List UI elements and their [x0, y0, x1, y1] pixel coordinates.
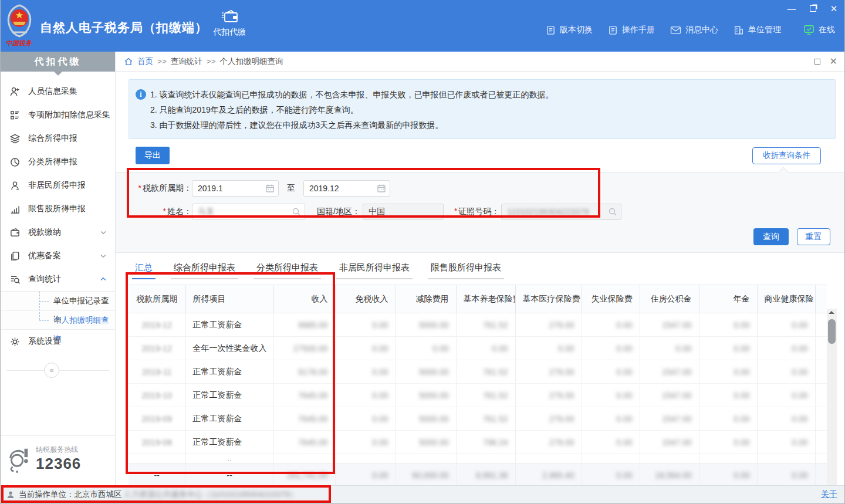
- table-cell: 0.00: [699, 313, 757, 337]
- app-window: — ✕ 中国税务 自然人电子税务局（扣缴端） 代扣代缴: [0, 0, 845, 504]
- online-status[interactable]: 在线: [803, 25, 835, 35]
- table-cell: [815, 431, 827, 454]
- table-cell: [456, 454, 515, 464]
- minimize-icon[interactable]: —: [787, 4, 796, 14]
- export-button[interactable]: 导出: [136, 147, 170, 164]
- table-ellipsis-row[interactable]: ..: [129, 454, 827, 464]
- sidebar-item-personnel-info[interactable]: 人员信息采集: [1, 80, 115, 103]
- sidebar-item-system-settings[interactable]: 系统设置: [1, 330, 115, 353]
- name-value: 马某: [198, 207, 214, 217]
- sidebar-collapse-button[interactable]: «: [44, 363, 59, 378]
- table-row[interactable]: 2019-12正常工资薪金9985.000.005000.00761.52279…: [129, 313, 827, 337]
- hotline-number: 12366: [36, 455, 81, 473]
- document-icon: [608, 25, 618, 35]
- table-cell: [815, 464, 827, 486]
- tab-classified-income[interactable]: 分类所得申报表: [254, 260, 321, 279]
- vertical-scrollbar[interactable]: [827, 309, 837, 496]
- table-cell: 2019-12: [129, 337, 185, 360]
- building-icon: [734, 25, 744, 35]
- calendar-icon: [265, 184, 275, 193]
- message-center-label: 消息中心: [685, 25, 718, 35]
- collapse-query-button[interactable]: 收折查询条件: [752, 147, 821, 164]
- table-cell: [699, 454, 757, 464]
- sidebar-item-classified-income[interactable]: 分类所得申报: [1, 150, 115, 174]
- nav-tab-withholding[interactable]: 代扣代缴: [205, 9, 254, 38]
- tab-summary[interactable]: 汇总: [132, 260, 156, 279]
- close-icon[interactable]: ✕: [829, 4, 839, 14]
- breadcrumb-home[interactable]: 首页: [137, 56, 153, 67]
- message-center-button[interactable]: 消息中心: [670, 25, 718, 35]
- table-cell: 761.52: [456, 313, 515, 337]
- table-cell: [335, 454, 396, 464]
- table-totals-row[interactable]: ----161,741.000.0060,000.008,991.362,960…: [129, 464, 827, 486]
- table-row[interactable]: 2019-10正常工资薪金7645.000.005000.00761.52279…: [129, 384, 827, 407]
- sidebar-item-nonresident-income[interactable]: 非居民所得申报: [1, 174, 115, 197]
- table-cell: [640, 454, 699, 464]
- sidebar-item-restricted-shares[interactable]: 限售股所得申报: [1, 197, 115, 221]
- table-row[interactable]: 2019-09正常工资薪金7645.000.005000.00761.52279…: [129, 407, 827, 431]
- vertical-scroll-thumb[interactable]: [828, 319, 836, 344]
- column-header: 收入: [273, 285, 335, 313]
- chevron-up-icon: [99, 275, 107, 283]
- version-switch-button[interactable]: 版本切换: [546, 25, 593, 35]
- table-cell: 0.00: [335, 431, 396, 454]
- sidebar-item-tax-payment[interactable]: 税款缴纳: [1, 221, 115, 244]
- status-bar: 当前操作单位：北京市西城区人力资源公共服务中心（1101021993042233…: [1, 485, 845, 503]
- search-button[interactable]: 查询: [753, 228, 789, 245]
- sidebar-item-label: 税款缴纳: [28, 227, 61, 238]
- sidebar-menu: 人员信息采集 专项附加扣除信息采集 综合所得申报 分类所得申报: [1, 72, 115, 378]
- column-header: 基本医疗保险费: [515, 285, 582, 313]
- tab-comprehensive-income[interactable]: 综合所得申报表: [171, 260, 238, 279]
- sidebar-item-preferential-filing[interactable]: 优惠备案: [1, 244, 115, 268]
- current-unit-blurred: 人力资源公共服务中心（110102199304223379）: [124, 489, 298, 500]
- sidebar-item-comprehensive-income[interactable]: 综合所得申报: [1, 127, 115, 150]
- table-cell: 0.00: [582, 313, 640, 337]
- about-link[interactable]: 关于: [821, 489, 837, 500]
- breadcrumb-level1[interactable]: 查询统计: [171, 56, 202, 67]
- table-cell: 0.00: [757, 384, 815, 407]
- reset-button[interactable]: 重置: [797, 228, 830, 245]
- table-cell: 0.00: [582, 337, 640, 360]
- table-cell: 0.00: [757, 407, 815, 431]
- sidebar-subitem-unit-declaration-query[interactable]: 单位申报记录查询: [1, 292, 115, 310]
- pie-chart-icon: [9, 157, 21, 168]
- sidebar-item-label: 查询统计: [28, 274, 61, 285]
- sidebar-subitem-personal-withholding-query[interactable]: 个人扣缴明细查询: [1, 310, 115, 329]
- period-to-input[interactable]: 2019.12: [303, 180, 390, 197]
- manual-button[interactable]: 操作手册: [608, 25, 655, 35]
- id-number-input[interactable]: 110102199304223379: [501, 204, 621, 220]
- person-icon: [9, 180, 21, 191]
- table-cell: 0.00: [335, 360, 396, 384]
- name-label: *姓名：: [123, 207, 192, 217]
- column-header: 基本养老保险费: [456, 285, 515, 313]
- tax-bureau-logo: 中国税务: [5, 2, 33, 49]
- scroll-up-icon[interactable]: [829, 311, 834, 314]
- table-cell: 0.00: [699, 407, 757, 431]
- query-buttons: 查询 重置: [123, 228, 830, 245]
- table-cell: 5000.00: [396, 313, 456, 337]
- tab-restricted-shares[interactable]: 限售股所得申报表: [428, 260, 504, 279]
- table-row[interactable]: 2019-12全年一次性奖金收入27500.000.000.000.000.00…: [129, 337, 827, 360]
- panel-close-icon[interactable]: ✕: [830, 59, 837, 65]
- table-cell: 0.00: [582, 384, 640, 407]
- period-from-input[interactable]: 2019.1: [192, 180, 279, 197]
- sidebar-item-special-deduction[interactable]: 专项附加扣除信息采集: [1, 103, 115, 127]
- online-label: 在线: [819, 25, 835, 35]
- table-row[interactable]: 2019-08正常工资薪金7645.000.005000.00798.24279…: [129, 431, 827, 454]
- table-row[interactable]: 2019-11正常工资薪金9178.000.005000.00761.52279…: [129, 360, 827, 384]
- unit-management-button[interactable]: 单位管理: [734, 25, 781, 35]
- table-cell: 279.00: [515, 360, 582, 384]
- form-list-icon: [9, 110, 21, 121]
- table-cell: 0.00: [757, 464, 815, 486]
- table-cell: 0.00: [582, 407, 640, 431]
- tab-nonresident-income[interactable]: 非居民所得申报表: [336, 260, 413, 279]
- table-cell: [582, 454, 640, 464]
- sidebar-item-query-statistics[interactable]: 查询统计: [1, 268, 115, 291]
- name-input[interactable]: 马某: [192, 204, 305, 220]
- hotline-label: 纳税服务热线: [36, 445, 81, 455]
- table-cell: 正常工资薪金: [185, 360, 273, 384]
- restore-icon[interactable]: [808, 4, 817, 14]
- manual-label: 操作手册: [622, 25, 655, 35]
- current-unit-visible: 北京市西城区: [75, 489, 122, 500]
- panel-maximize-icon[interactable]: [814, 59, 820, 65]
